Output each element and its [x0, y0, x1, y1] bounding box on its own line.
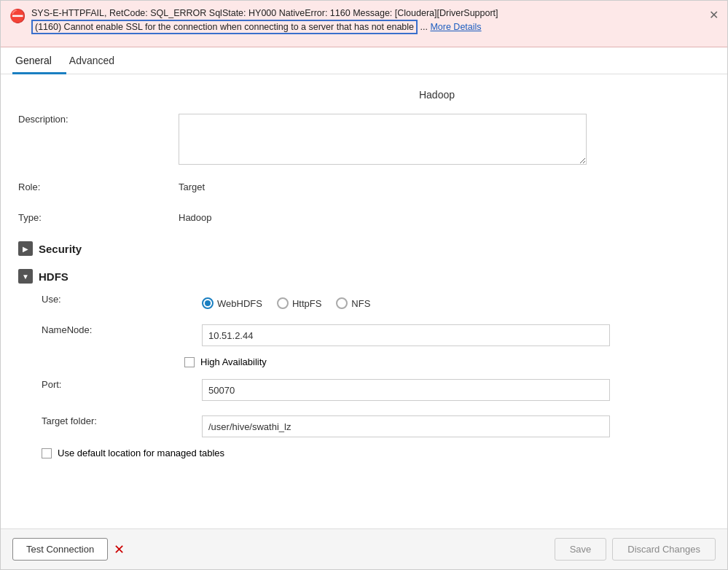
radio-httpfs[interactable]: HttpFS — [277, 297, 321, 309]
high-availability-checkbox[interactable] — [184, 357, 195, 367]
type-row: Type: Hadoop — [18, 208, 710, 228]
target-folder-row: Target folder: — [42, 411, 710, 437]
discard-changes-button[interactable]: Discard Changes — [612, 538, 716, 561]
radio-nfs[interactable]: NFS — [336, 297, 370, 309]
use-default-label: Use default location for managed tables — [58, 448, 224, 458]
high-availability-label: High Availability — [200, 356, 267, 367]
description-row: Description: — [18, 109, 710, 167]
radio-group: WebHDFS HttpFS NFS — [202, 294, 710, 309]
content-area: Hadoop Description: Role: Target Type: H… — [1, 74, 727, 528]
error-close-button[interactable]: ✕ — [709, 8, 719, 22]
role-row: Role: Target — [18, 177, 710, 198]
role-value: Target — [179, 177, 710, 192]
hdfs-arrow-icon: ▼ — [18, 269, 33, 284]
hdfs-section-content: Use: WebHDFS HttpFS — [18, 289, 710, 458]
description-textarea[interactable] — [179, 114, 587, 165]
port-label: Port: — [42, 375, 202, 390]
security-section-header[interactable]: ▶ Security — [18, 241, 710, 256]
role-label: Role: — [18, 177, 179, 192]
error-banner: ⛔ SYS-E-HTTPFAIL, RetCode: SQL_ERROR Sql… — [1, 1, 727, 47]
type-value: Hadoop — [179, 208, 710, 223]
radio-webhdfs-circle — [202, 297, 214, 309]
security-arrow-icon: ▶ — [18, 241, 33, 256]
namenode-row: NameNode: — [42, 320, 710, 346]
high-availability-row: High Availability — [42, 356, 710, 367]
use-default-row: Use default location for managed tables — [42, 448, 710, 458]
target-folder-label: Target folder: — [42, 411, 202, 426]
port-row: Port: — [42, 375, 710, 401]
error-circle-icon: ⛔ — [9, 8, 26, 24]
radio-nfs-circle — [336, 297, 348, 309]
error-main-text: SYS-E-HTTPFAIL, RetCode: SQL_ERROR SqlSt… — [31, 8, 498, 18]
tab-general[interactable]: General — [12, 47, 66, 74]
save-button[interactable]: Save — [555, 538, 607, 561]
hadoop-title: Hadoop — [164, 83, 710, 109]
namenode-input[interactable] — [202, 324, 610, 346]
radio-httpfs-circle — [277, 297, 289, 309]
type-label: Type: — [18, 208, 179, 223]
test-connection-button[interactable]: Test Connection — [12, 538, 108, 561]
security-title: Security — [39, 243, 82, 255]
hdfs-section-header[interactable]: ▼ HDFS — [18, 269, 710, 284]
radio-webhdfs[interactable]: WebHDFS — [202, 297, 262, 309]
tab-advanced[interactable]: Advanced — [66, 47, 129, 74]
more-details-link[interactable]: More Details — [430, 22, 481, 32]
footer: Test Connection ✕ Save Discard Changes — [1, 528, 727, 569]
namenode-label: NameNode: — [42, 320, 202, 335]
description-label: Description: — [18, 109, 179, 125]
target-folder-input[interactable] — [202, 415, 610, 437]
target-folder-value — [202, 411, 710, 437]
error-detail-text: (1160) Cannot enable SSL for the connect… — [31, 20, 482, 34]
form-body: Hadoop Description: Role: Target Type: H… — [1, 74, 727, 477]
port-value — [202, 375, 710, 401]
error-message: SYS-E-HTTPFAIL, RetCode: SQL_ERROR SqlSt… — [31, 7, 703, 34]
use-value: WebHDFS HttpFS NFS — [202, 289, 710, 309]
error-highlighted-text: (1160) Cannot enable SSL for the connect… — [31, 20, 418, 34]
main-dialog: ⛔ SYS-E-HTTPFAIL, RetCode: SQL_ERROR Sql… — [0, 0, 728, 570]
use-default-checkbox[interactable] — [42, 448, 52, 458]
description-value — [179, 109, 710, 167]
port-input[interactable] — [202, 379, 610, 401]
hdfs-title: HDFS — [39, 270, 69, 283]
use-label: Use: — [42, 289, 202, 305]
use-row: Use: WebHDFS HttpFS — [42, 289, 710, 310]
footer-error-icon: ✕ — [114, 542, 125, 558]
namenode-value — [202, 320, 710, 346]
tab-bar: General Advanced — [1, 47, 727, 74]
